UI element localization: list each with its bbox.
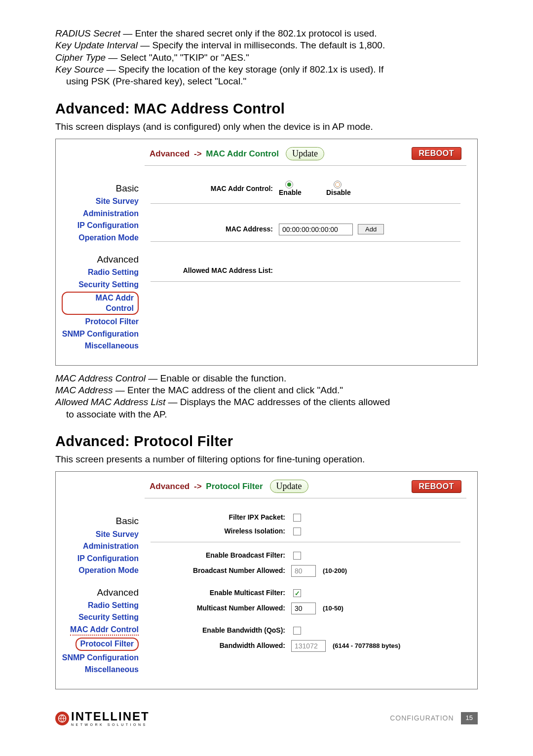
divider [151,203,460,204]
desc-mac-control: This screen displays (and is configured)… [55,121,478,133]
brand-logo: INTELLINET NETWORK SOLUTIONS [55,709,150,728]
divider [151,241,460,242]
range-broadcast: (10-200) [323,567,347,575]
divider [151,281,460,282]
mac-address-input[interactable] [279,224,353,235]
radio-dot-unselected-icon [334,181,342,189]
breadcrumb-root: Advanced [150,149,190,158]
nav-site-survey[interactable]: Site Survey [62,529,139,539]
radio-label-disable: Disable [326,189,351,197]
intro-block: RADIUS Secret — Enter the shared secret … [55,28,478,88]
term-cipher-type: Cipher Type [55,52,106,63]
globe-icon [55,712,69,725]
nav-administration[interactable]: Administration [62,209,139,219]
radio-disable[interactable]: Disable [326,181,351,197]
nav-snmp-configuration[interactable]: SNMP Configuration [62,653,139,663]
sidebar-nav: Basic Site Survey Administration IP Conf… [56,166,145,358]
term-mac-address: MAC Address [55,385,113,395]
text: — Displays the MAC addresses of the clie… [165,397,390,407]
nav-security-setting[interactable]: Security Setting [62,612,139,622]
nav-administration[interactable]: Administration [62,541,139,551]
label-mac-addr-control: MAC Addr Control: [151,185,279,193]
panel-mac-control: Advanced -> MAC Addr Control Update REBO… [55,139,478,366]
post-mac-block: MAC Address Control — Enable or disable … [55,373,478,420]
update-button[interactable]: Update [270,480,308,493]
multicast-number-input[interactable] [291,603,316,614]
text: to associate with the AP. [66,409,167,419]
desc-protocol-filter: This screen presents a number of filteri… [55,454,478,465]
label-wireless-isolation: Wireless Isolation: [151,527,291,536]
bandwidth-allowed-input[interactable] [291,640,326,652]
term-key-update: Key Update Interval [55,40,138,50]
breadcrumb-leaf: Protocol Filter [206,482,263,491]
breadcrumb-arrow: -> [192,482,204,491]
nav-miscellaneous[interactable]: Miscellaneous [62,341,139,351]
nav-radio-setting[interactable]: Radio Setting [62,601,139,610]
page-number: 15 [461,712,478,724]
checkbox-wireless-isolation[interactable] [293,528,301,535]
broadcast-number-input[interactable] [291,565,316,577]
reboot-button[interactable]: REBOOT [412,480,461,493]
sidebar-nav: Basic Site Survey Administration IP Conf… [56,498,145,681]
nav-miscellaneous[interactable]: Miscellaneous [62,665,139,675]
add-button[interactable]: Add [358,224,384,234]
footer: INTELLINET NETWORK SOLUTIONS CONFIGURATI… [55,709,478,728]
text: — Enable or disable the function. [146,373,286,383]
radio-dot-selected-icon [285,181,293,189]
nav-snmp-configuration[interactable]: SNMP Configuration [62,329,139,339]
nav-security-setting[interactable]: Security Setting [62,280,139,290]
label-filter-ipx: Filter IPX Packet: [151,513,291,522]
nav-ip-configuration[interactable]: IP Configuration [62,221,139,230]
checkbox-enable-broadcast[interactable] [293,552,301,560]
breadcrumb-arrow: -> [192,149,204,158]
nav-ip-configuration[interactable]: IP Configuration [62,554,139,564]
range-bandwidth: (6144 - 7077888 bytes) [333,642,400,650]
radio-label-enable: Enable [279,189,302,197]
text: — Enter the shared secret only if the 80… [120,28,377,38]
breadcrumb-root: Advanced [150,482,190,491]
nav-protocol-filter[interactable]: Protocol Filter [76,638,139,650]
range-multicast: (10-50) [323,605,343,613]
nav-mac-addr-control[interactable]: MAC Addr Control [70,625,139,636]
nav-operation-mode[interactable]: Operation Mode [62,566,139,575]
term-allowed-list: Allowed MAC Address List [55,397,165,407]
breadcrumb-row: Advanced -> Protocol Filter Update REBOO… [145,477,466,498]
text: using PSK (Pre-shared key), select "Loca… [66,76,246,86]
nav-group-advanced: Advanced [62,587,139,599]
checkbox-enable-qos[interactable] [293,627,301,635]
label-allowed-list: Allowed MAC Address List: [151,266,279,275]
breadcrumb: Advanced -> Protocol Filter [150,481,263,492]
nav-operation-mode[interactable]: Operation Mode [62,233,139,243]
text: — Select "Auto," "TKIP" or "AES." [106,52,249,63]
nav-mac-addr-control[interactable]: MAC Addr Control [62,292,139,315]
label-multicast-number: Multicast Number Allowed: [151,604,291,613]
breadcrumb: Advanced -> MAC Addr Control [150,149,279,159]
term-mac-control: MAC Address Control [55,373,146,383]
nav-group-advanced: Advanced [62,254,139,265]
term-key-source: Key Source [55,64,104,75]
update-button[interactable]: Update [286,147,324,160]
nav-site-survey[interactable]: Site Survey [62,196,139,206]
label-enable-multicast: Enable Multicast Filter: [151,589,291,598]
brand-name: INTELLINET [71,710,150,723]
text: — Enter the MAC address of the client an… [113,385,343,395]
breadcrumb-leaf: MAC Addr Control [206,149,279,158]
heading-protocol-filter: Advanced: Protocol Filter [55,432,478,451]
breadcrumb-row: Advanced -> MAC Addr Control Update REBO… [145,144,466,166]
reboot-button[interactable]: REBOOT [412,147,461,160]
nav-group-basic: Basic [62,183,139,194]
heading-mac-control: Advanced: MAC Address Control [55,100,478,118]
content-protocol: Filter IPX Packet: Wireless Isolation: E… [145,498,466,681]
label-mac-address: MAC Address: [151,225,279,234]
brand-subtitle: NETWORK SOLUTIONS [71,723,150,727]
nav-protocol-filter[interactable]: Protocol Filter [62,317,139,327]
footer-section: CONFIGURATION [390,714,454,723]
checkbox-filter-ipx[interactable] [293,514,301,522]
nav-radio-setting[interactable]: Radio Setting [62,267,139,277]
term-radius-secret: RADIUS Secret [55,28,120,38]
divider [151,542,460,542]
checkbox-enable-multicast[interactable] [293,589,301,597]
radio-enable[interactable]: Enable [279,181,302,197]
nav-group-basic: Basic [62,515,139,527]
label-broadcast-number: Broadcast Number Allowed: [151,567,291,575]
